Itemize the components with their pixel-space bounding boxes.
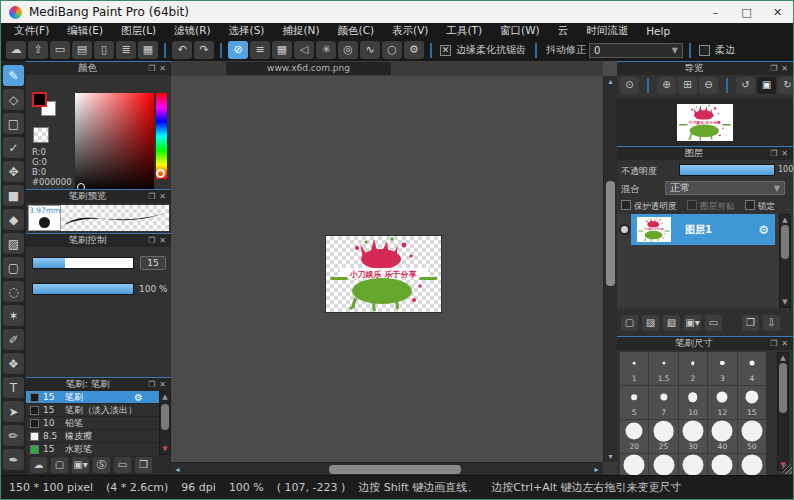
popout-icon[interactable]: ❐ <box>770 64 777 73</box>
select-pen-tool[interactable]: ✐ <box>3 329 24 350</box>
close-icon[interactable]: ✕ <box>159 64 166 73</box>
popout-icon[interactable]: ❐ <box>148 192 155 201</box>
layer-row[interactable]: 小刀娱乐 乐于分享 图层1 ⚙ <box>631 214 775 245</box>
polyline-tool[interactable]: ✓ <box>3 137 24 158</box>
merge-layer-button[interactable]: ⇩ <box>763 315 780 331</box>
snap-grid-button[interactable]: ▦ <box>272 41 292 59</box>
duplicate-brush-button[interactable]: ❐ <box>135 457 152 473</box>
operation-tool[interactable]: ➤ <box>3 401 24 422</box>
select-eraser-tool[interactable]: ❖ <box>3 353 24 374</box>
close-icon[interactable]: ✕ <box>159 236 166 245</box>
move-tool[interactable]: ✥ <box>3 161 24 182</box>
add-layer-button[interactable]: ▢ <box>621 315 638 331</box>
popout-icon[interactable]: ❐ <box>148 236 155 245</box>
brush-size-cell[interactable]: 2 <box>679 352 707 385</box>
brush-list-item[interactable]: 8.5橡皮擦 <box>26 430 159 443</box>
zoom-ratio-button[interactable]: ⊙ <box>620 77 639 94</box>
snap-settings-button[interactable]: ⚙ <box>404 41 424 59</box>
antialias-checkbox[interactable]: ✕ <box>440 45 451 56</box>
menu-item-2[interactable]: 图层(L) <box>112 24 165 38</box>
stabilizer-select[interactable]: 0 ▼ <box>589 43 683 58</box>
eyedropper-tool[interactable]: ✒ <box>3 449 24 470</box>
rotate-ccw-button[interactable]: ↺ <box>736 77 755 94</box>
minimize-button[interactable]: – <box>700 1 731 23</box>
brush-size-cell[interactable]: 60 <box>620 454 648 475</box>
brush-size-cell[interactable]: 5 <box>620 386 648 419</box>
figure-tool[interactable]: □ <box>3 113 24 134</box>
scroll-up-icon[interactable]: ▴ <box>604 77 617 86</box>
menu-item-9[interactable]: 窗口(W) <box>491 24 549 38</box>
scroll-down-icon[interactable]: ▾ <box>604 452 617 461</box>
brush-size-cell[interactable]: 4 <box>738 352 766 385</box>
brush-size-value[interactable]: 15 <box>140 256 166 270</box>
task-list-button[interactable]: ≣ <box>116 41 136 59</box>
lasso-tool[interactable]: ◌ <box>3 281 24 302</box>
undo-button[interactable]: ↶ <box>172 41 192 59</box>
bucket-tool[interactable]: ◆ <box>3 209 24 230</box>
brush-opacity-slider[interactable] <box>32 283 134 295</box>
resize-grip[interactable] <box>782 464 792 474</box>
layer-visibility-toggle[interactable] <box>619 224 630 235</box>
zoom-out-button[interactable]: ⊖ <box>699 77 718 94</box>
layer-settings-gear-icon[interactable]: ⚙ <box>758 223 769 237</box>
add-special-layer-button[interactable]: ▣▾ <box>684 315 701 331</box>
brush-size-cell[interactable]: 10 <box>679 386 707 419</box>
snap-vanishing-button[interactable]: ◁ <box>294 41 314 59</box>
gradient-tool[interactable]: ▨ <box>3 233 24 254</box>
vscroll-thumb[interactable] <box>606 181 615 286</box>
brush-list-item[interactable]: 15水彩笔 <box>26 443 159 455</box>
canvas-horizontal-scrollbar[interactable]: ◂ ▸ <box>171 462 603 475</box>
magic-wand-tool[interactable]: ✶ <box>3 305 24 326</box>
comment-button[interactable]: ▭ <box>50 41 70 59</box>
canvas-area[interactable]: www.x6d.com.png 小刀娱乐 乐于分享 ◂ ▸ ▴ ▾ <box>171 61 617 475</box>
save-brush-button[interactable]: ▣▾ <box>72 457 89 473</box>
popout-icon[interactable]: ❐ <box>770 339 777 348</box>
snap-parallel-button[interactable]: ≡ <box>250 41 270 59</box>
menu-item-4[interactable]: 选择(S) <box>220 24 274 38</box>
brush-size-cell[interactable]: 40 <box>708 420 736 453</box>
brush-folder-button[interactable]: ▭ <box>114 457 131 473</box>
transparent-color-swatch[interactable] <box>33 127 49 143</box>
brush-tool[interactable]: ✎ <box>3 65 24 86</box>
menu-item-11[interactable]: 时间流逝 <box>577 24 637 38</box>
brush-size-cell[interactable]: 100 <box>738 454 766 475</box>
snap-radial-button[interactable]: ✳ <box>316 41 336 59</box>
snap-curve-button[interactable]: ∿ <box>360 41 380 59</box>
lock-checkbox[interactable] <box>745 200 755 210</box>
close-icon[interactable]: ✕ <box>781 149 788 158</box>
fit-window-button[interactable]: ⊞ <box>678 77 697 94</box>
canvas-vertical-scrollbar[interactable]: ▴ ▾ <box>603 76 617 462</box>
brush-size-cell[interactable]: 3 <box>708 352 736 385</box>
menu-item-3[interactable]: 滤镜(R) <box>165 24 220 38</box>
brush-size-cell[interactable]: 7 <box>649 386 677 419</box>
close-icon[interactable]: ✕ <box>159 380 166 389</box>
brush-size-cell[interactable]: 30 <box>679 420 707 453</box>
add-brush-button[interactable]: ▢ <box>51 457 68 473</box>
close-icon[interactable]: ✕ <box>781 339 788 348</box>
fit-rect-button[interactable]: ▣ <box>757 77 776 94</box>
brush-list-item[interactable]: 15笔刷（淡入淡出） <box>26 404 159 417</box>
menu-item-12[interactable]: Help <box>637 25 679 37</box>
brush-size-cell[interactable]: 15 <box>738 386 766 419</box>
brush-size-cell[interactable]: 90 <box>708 454 736 475</box>
menu-item-8[interactable]: 工具(T) <box>437 24 491 38</box>
menu-item-10[interactable]: 云 <box>549 24 578 38</box>
brush-sizes-scrollbar[interactable]: ▲ ▼ <box>777 352 789 471</box>
divide-tool[interactable]: ✏ <box>3 425 24 446</box>
menu-item-5[interactable]: 捕捉(N) <box>273 24 328 38</box>
canvas-tab[interactable]: www.x6d.com.png <box>226 62 391 75</box>
soft-edge-checkbox[interactable] <box>699 45 710 56</box>
navigator-view[interactable]: 小刀娱乐 乐于分享 <box>617 99 793 146</box>
snap-off-button[interactable]: ⊘ <box>228 41 248 59</box>
popout-icon[interactable]: ❐ <box>770 149 777 158</box>
add-1bit-layer-button[interactable]: ▧ <box>663 315 680 331</box>
protect-alpha-checkbox[interactable] <box>621 200 631 210</box>
brush-size-cell[interactable]: 1 <box>620 352 648 385</box>
brush-size-cell[interactable]: 1.5 <box>649 352 677 385</box>
brush-settings-gear-icon[interactable]: ⚙ <box>134 392 143 403</box>
popout-icon[interactable]: ❐ <box>148 380 155 389</box>
hscroll-thumb[interactable] <box>329 465 461 474</box>
saturation-value-picker[interactable] <box>75 93 154 189</box>
eraser-tool[interactable]: ◇ <box>3 89 24 110</box>
redo-button[interactable]: ↷ <box>194 41 214 59</box>
